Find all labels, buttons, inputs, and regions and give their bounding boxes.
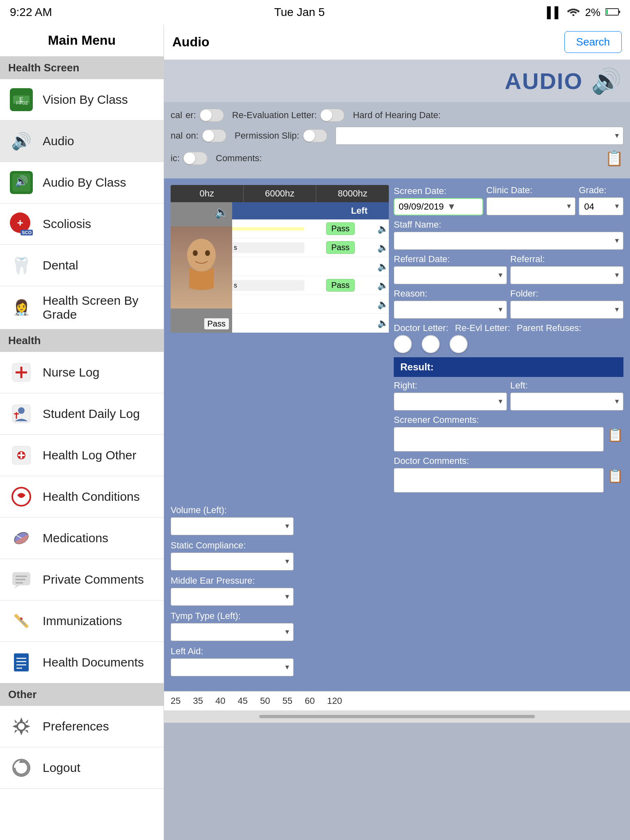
freq-0hz: 0hz — [171, 185, 244, 202]
sidebar-item-medications[interactable]: Medications — [0, 518, 164, 559]
middle-ear-pressure-label: Middle Ear Pressure: — [171, 575, 623, 586]
referral-select[interactable] — [510, 266, 623, 284]
nurse-log-icon — [10, 361, 33, 384]
doctor-comments-input[interactable] — [394, 468, 604, 493]
conditions-icon — [10, 485, 33, 508]
sidebar-item-student-daily-log[interactable]: Student Daily Log — [0, 393, 164, 435]
sidebar-item-audio-by-class[interactable]: 🔊 Audio By Class — [0, 162, 164, 203]
permission-toggle[interactable] — [303, 129, 327, 142]
screen-date-label: Screen Date: — [394, 186, 483, 196]
content-header: Audio Search — [164, 25, 630, 60]
nal-toggle[interactable] — [202, 129, 226, 142]
ic-toggle[interactable] — [183, 152, 208, 165]
sidebar-item-immunizations[interactable]: Immunizations — [0, 600, 164, 642]
sidebar-item-health-log-other[interactable]: Health Log Other — [0, 435, 164, 476]
volume-left-label: Volume (Left): — [171, 505, 623, 516]
search-button[interactable]: Search — [564, 31, 622, 53]
section-health: Health — [0, 329, 164, 352]
sidebar-item-logout[interactable]: Logout — [0, 747, 164, 789]
svg-point-0 — [573, 14, 575, 16]
immunizations-icon — [10, 609, 33, 632]
sidebar-item-health-conditions[interactable]: Health Conditions — [0, 476, 164, 518]
row3-col2 — [304, 265, 377, 268]
on-label: on: — [186, 130, 199, 141]
doctor-notes-icon: 📋 — [607, 468, 623, 484]
speaker-row6[interactable]: 🔈 — [377, 318, 389, 329]
pass-overlay: Pass — [204, 318, 229, 329]
sidebar-item-vision-by-class[interactable]: E FP TOZ Vision By Class — [0, 79, 164, 121]
tymp-type-left-select[interactable] — [171, 623, 294, 641]
reason-select[interactable] — [394, 301, 507, 319]
screener-comments-input[interactable] — [394, 427, 604, 452]
sidebar-label-dental: Dental — [43, 258, 78, 272]
sidebar-label-health-screen-by-grade: Health Screen By Grade — [43, 294, 155, 322]
speaker-row3[interactable]: 🔈 — [377, 261, 389, 272]
referral-date-label: Referral Date: — [394, 254, 507, 265]
parent-refuses-label: Parent Refuses: — [517, 323, 582, 333]
referral-date-select[interactable] — [394, 266, 507, 284]
local-toggle[interactable] — [199, 109, 224, 122]
referral-label: Referral: — [510, 254, 623, 265]
sidebar-label-medications: Medications — [43, 531, 108, 545]
pass-badge-2: Pass — [326, 241, 355, 254]
tymp-type-left-label: Tymp Type (Left): — [171, 611, 623, 621]
staff-name-select[interactable] — [394, 232, 623, 250]
re-evl-letter-label: Re-Evl Letter: — [455, 323, 510, 333]
volume-left-select[interactable] — [171, 517, 294, 535]
svg-text:🔊: 🔊 — [15, 175, 28, 188]
left-select[interactable] — [510, 393, 623, 411]
sidebar-title: Main Menu — [0, 25, 164, 57]
sidebar-label-private-comments: Private Comments — [43, 573, 144, 587]
left-aid-select[interactable] — [171, 658, 294, 676]
nal-label: nal — [171, 130, 183, 141]
speaker-row5[interactable]: 🔈 — [377, 299, 389, 310]
sidebar-item-preferences[interactable]: Preferences — [0, 706, 164, 747]
sidebar-label-student-daily-log: Student Daily Log — [43, 407, 140, 421]
sidebar-item-dental[interactable]: 🦷 Dental — [0, 245, 164, 286]
row4-col1: s — [232, 280, 304, 291]
svg-rect-3 — [606, 9, 608, 14]
sidebar-item-private-comments[interactable]: Private Comments — [0, 559, 164, 600]
right-select[interactable] — [394, 393, 507, 411]
speaker-row4[interactable]: 🔈 — [377, 280, 389, 291]
sidebar-label-logout: Logout — [43, 761, 80, 775]
permission-slip-label: Permission Slip: — [235, 130, 299, 141]
middle-ear-pressure-select[interactable] — [171, 588, 294, 606]
comments-icon — [10, 568, 33, 591]
scrollbar[interactable] — [259, 715, 535, 718]
pass-badge-1: Pass — [326, 222, 355, 235]
folder-select[interactable] — [510, 301, 623, 319]
status-time: 9:22 AM — [10, 6, 52, 19]
screen-date-dropdown-icon[interactable]: ▼ — [447, 201, 456, 212]
local-label: cal — [171, 110, 182, 121]
grade-select[interactable]: 04 — [579, 197, 623, 215]
doctor-letter-toggle[interactable] — [394, 335, 412, 353]
svg-point-43 — [187, 239, 216, 272]
sidebar-label-immunizations: Immunizations — [43, 614, 122, 628]
sidebar-label-health-documents: Health Documents — [43, 655, 144, 669]
content-area: Audio Search AUDIO 🔊 cal er: — [164, 25, 630, 840]
static-compliance-label: Static Compliance: — [171, 540, 623, 551]
svg-rect-2 — [619, 11, 620, 13]
health-log-icon — [10, 444, 33, 467]
content-title: Audio — [172, 34, 210, 50]
speaker-small-icon: 🔈 — [215, 205, 229, 219]
re-evl-letter-toggle[interactable] — [422, 335, 440, 353]
speaker-row2[interactable]: 🔈 — [377, 242, 389, 253]
right-label: Right: — [394, 380, 507, 391]
clinic-date-select[interactable] — [486, 197, 576, 215]
speaker-row1[interactable]: 🔈 — [377, 224, 389, 234]
sidebar-item-health-screen-by-grade[interactable]: 👩‍⚕️ Health Screen By Grade — [0, 286, 164, 329]
parent-refuses-toggle[interactable] — [450, 335, 468, 353]
static-compliance-select[interactable] — [171, 552, 294, 571]
sidebar-item-nurse-log[interactable]: Nurse Log — [0, 352, 164, 393]
re-eval-letter-label: Re-Evaluation Letter: — [232, 110, 317, 121]
freq-8000hz: 8000hz — [316, 185, 389, 202]
hz-45: 45 — [237, 696, 247, 706]
sidebar-item-scoliosis[interactable]: + SCO Scoliosis — [0, 203, 164, 245]
re-eval-toggle[interactable] — [320, 109, 345, 122]
grade-icon: 👩‍⚕️ — [10, 296, 33, 319]
sidebar-item-health-documents[interactable]: Health Documents — [0, 642, 164, 683]
sidebar-item-audio[interactable]: 🔊 Audio — [0, 121, 164, 162]
hard-of-hearing-date-select[interactable] — [336, 127, 623, 145]
